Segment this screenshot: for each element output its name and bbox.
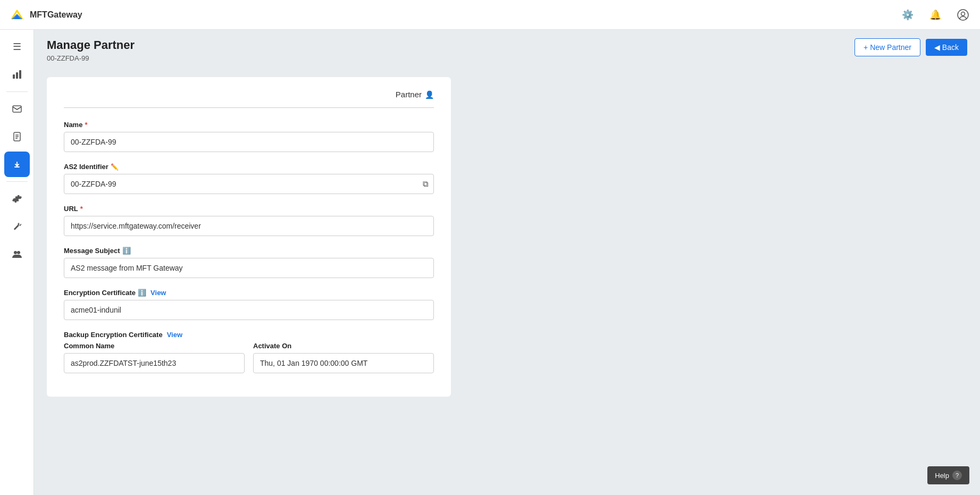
as2-identifier-input-wrapper: ⧉ bbox=[64, 174, 434, 194]
as2-identifier-label: AS2 Identifier ✏️ bbox=[64, 163, 434, 171]
sidebar-item-download[interactable] bbox=[4, 152, 30, 177]
sidebar-item-tools[interactable] bbox=[4, 214, 30, 239]
backup-encryption-cert-label: Backup Encryption Certificate View bbox=[64, 331, 434, 339]
settings-button[interactable]: ⚙️ bbox=[899, 6, 916, 23]
encryption-cert-info-icon[interactable]: ℹ️ bbox=[138, 289, 146, 297]
encryption-cert-view-link[interactable]: View bbox=[150, 289, 166, 297]
help-button[interactable]: Help ? bbox=[927, 466, 969, 484]
form-section-header: Partner 👤 bbox=[64, 90, 434, 108]
analytics-icon bbox=[12, 69, 22, 80]
message-subject-field-group: Message Subject ℹ️ bbox=[64, 247, 434, 278]
sidebar-divider-2 bbox=[6, 181, 28, 182]
logo-area: MFTGateway bbox=[9, 6, 899, 23]
help-icon: ? bbox=[952, 471, 962, 480]
mail-icon bbox=[12, 104, 22, 114]
backup-cert-view-link[interactable]: View bbox=[167, 331, 182, 339]
svg-rect-6 bbox=[13, 106, 21, 112]
encryption-cert-input[interactable] bbox=[64, 300, 434, 320]
page-header: Manage Partner 00-ZZFDA-99 + New Partner… bbox=[34, 30, 980, 69]
svg-rect-4 bbox=[16, 72, 18, 79]
users-icon bbox=[12, 249, 22, 259]
svg-point-14 bbox=[17, 251, 20, 254]
topbar-actions: ⚙️ 🔔 bbox=[899, 6, 971, 23]
activate-on-input[interactable] bbox=[253, 353, 434, 373]
main-layout: ☰ bbox=[0, 30, 980, 495]
url-label: URL * bbox=[64, 205, 434, 213]
help-label: Help bbox=[935, 472, 949, 480]
header-actions: + New Partner ◀ Back bbox=[855, 38, 967, 56]
sidebar-item-gear[interactable] bbox=[4, 186, 30, 212]
hamburger-button[interactable]: ☰ bbox=[4, 34, 30, 60]
svg-point-13 bbox=[14, 251, 17, 254]
name-input[interactable] bbox=[64, 132, 434, 152]
activate-on-group: Activate On bbox=[253, 342, 434, 373]
logo-icon bbox=[9, 6, 26, 23]
message-subject-info-icon[interactable]: ℹ️ bbox=[122, 247, 131, 255]
url-required: * bbox=[80, 205, 83, 213]
url-field-group: URL * bbox=[64, 205, 434, 236]
notifications-button[interactable]: 🔔 bbox=[927, 6, 944, 23]
copy-button[interactable]: ⧉ bbox=[423, 179, 429, 189]
as2-identifier-field-group: AS2 Identifier ✏️ ⧉ bbox=[64, 163, 434, 194]
section-title: Partner 👤 bbox=[396, 90, 434, 99]
message-subject-input[interactable] bbox=[64, 258, 434, 278]
download-icon bbox=[12, 159, 22, 170]
topbar: MFTGateway ⚙️ 🔔 bbox=[0, 0, 980, 30]
svg-point-2 bbox=[961, 12, 965, 15]
common-name-group: Common Name bbox=[64, 342, 245, 373]
page-title: Manage Partner bbox=[47, 38, 135, 52]
svg-rect-3 bbox=[13, 74, 15, 79]
new-partner-button[interactable]: + New Partner bbox=[855, 38, 920, 56]
svg-rect-5 bbox=[19, 70, 21, 79]
activate-on-label: Activate On bbox=[253, 342, 434, 350]
app-name: MFTGateway bbox=[30, 10, 82, 20]
edit-icon[interactable]: ✏️ bbox=[111, 163, 119, 171]
sidebar-item-mail[interactable] bbox=[4, 96, 30, 122]
name-field-group: Name * bbox=[64, 121, 434, 152]
common-name-input[interactable] bbox=[64, 353, 245, 373]
sidebar-item-analytics[interactable] bbox=[4, 62, 30, 87]
user-button[interactable] bbox=[954, 6, 971, 23]
tools-icon bbox=[12, 221, 22, 232]
documents-icon bbox=[12, 131, 22, 142]
backup-cert-row: Common Name Activate On bbox=[64, 342, 434, 373]
backup-encryption-cert-group: Backup Encryption Certificate View Commo… bbox=[64, 331, 434, 373]
gear-icon bbox=[12, 194, 22, 204]
partner-icon: 👤 bbox=[425, 90, 434, 99]
name-required: * bbox=[85, 121, 87, 129]
section-title-text: Partner bbox=[396, 90, 422, 99]
form-container: Partner 👤 Name * AS2 Identifier bbox=[34, 69, 980, 495]
sidebar-item-users[interactable] bbox=[4, 241, 30, 267]
back-button[interactable]: ◀ Back bbox=[926, 39, 967, 56]
form-card: Partner 👤 Name * AS2 Identifier bbox=[47, 77, 451, 397]
content-area: Manage Partner 00-ZZFDA-99 + New Partner… bbox=[34, 30, 980, 495]
user-icon bbox=[957, 9, 969, 21]
sidebar-item-documents[interactable] bbox=[4, 124, 30, 149]
url-input[interactable] bbox=[64, 216, 434, 236]
name-label: Name * bbox=[64, 121, 434, 129]
sidebar-divider-1 bbox=[6, 91, 28, 92]
page-title-group: Manage Partner 00-ZZFDA-99 bbox=[47, 38, 135, 62]
message-subject-label: Message Subject ℹ️ bbox=[64, 247, 434, 255]
encryption-cert-label: Encryption Certificate ℹ️ View bbox=[64, 289, 434, 297]
as2-identifier-input[interactable] bbox=[64, 174, 434, 194]
encryption-cert-field-group: Encryption Certificate ℹ️ View bbox=[64, 289, 434, 320]
sidebar: ☰ bbox=[0, 30, 34, 495]
page-subtitle: 00-ZZFDA-99 bbox=[47, 54, 135, 62]
common-name-label: Common Name bbox=[64, 342, 245, 350]
